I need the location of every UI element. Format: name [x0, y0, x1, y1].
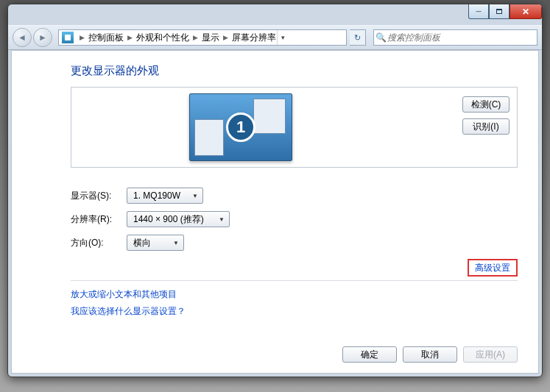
minimize-button[interactable]: ─	[468, 4, 489, 19]
monitor-preview-box: 1 检测(C) 识别(I)	[71, 87, 518, 168]
breadcrumb[interactable]: ▶ 控制面板 ▶ 外观和个性化 ▶ 显示 ▶ 屏幕分辨率 ▾	[58, 29, 347, 46]
chevron-right-icon: ▶	[124, 34, 135, 41]
display-select[interactable]: 1. MQ190W ▼	[127, 188, 203, 204]
content-area: 更改显示器的外观 1 检测(C) 识别(I) 显示器(S): 1. MQ190W…	[11, 50, 539, 374]
titlebar: ─ ✕	[8, 4, 542, 25]
window-thumb-icon	[253, 99, 286, 134]
forward-button[interactable]: ►	[33, 28, 52, 47]
monitor-number: 1	[226, 113, 255, 142]
window: ─ ✕ ◄ ► ▶ 控制面板 ▶ 外观和个性化 ▶ 显示 ▶ 屏幕分辨率 ▾ ↻…	[7, 4, 543, 377]
search-icon: 🔍	[374, 32, 387, 43]
breadcrumb-item[interactable]: 控制面板	[88, 32, 124, 44]
resolution-value: 1440 × 900 (推荐)	[133, 213, 204, 226]
search-input[interactable]	[387, 32, 537, 43]
monitor-preview[interactable]: 1	[189, 93, 292, 161]
search-box[interactable]: 🔍	[373, 29, 537, 46]
display-value: 1. MQ190W	[133, 190, 180, 201]
breadcrumb-item[interactable]: 屏幕分辨率	[231, 32, 277, 44]
advanced-settings-link[interactable]: 高级设置	[468, 259, 518, 277]
back-button[interactable]: ◄	[13, 28, 32, 47]
breadcrumb-item[interactable]: 显示	[201, 32, 220, 44]
maximize-button[interactable]	[489, 4, 510, 19]
breadcrumb-dropdown[interactable]: ▾	[277, 30, 289, 45]
divider	[71, 280, 518, 281]
control-panel-icon	[62, 32, 74, 43]
orientation-value: 横向	[133, 237, 151, 249]
chevron-right-icon: ▶	[220, 34, 231, 41]
refresh-button[interactable]: ↻	[350, 29, 366, 46]
identify-button[interactable]: 识别(I)	[462, 118, 510, 135]
orientation-label: 方向(O):	[71, 237, 127, 249]
detect-button[interactable]: 检测(C)	[462, 96, 510, 113]
resolution-label: 分辨率(R):	[71, 213, 127, 226]
cancel-button[interactable]: 取消	[403, 346, 457, 363]
chevron-down-icon: ▼	[192, 193, 198, 199]
chevron-right-icon: ▶	[77, 34, 88, 41]
page-title: 更改显示器的外观	[71, 64, 518, 78]
desktop-thumb-icon	[194, 119, 224, 156]
chevron-right-icon: ▶	[190, 34, 201, 41]
toolbar: ◄ ► ▶ 控制面板 ▶ 外观和个性化 ▶ 显示 ▶ 屏幕分辨率 ▾ ↻ 🔍	[8, 25, 542, 50]
resolution-select[interactable]: 1440 × 900 (推荐) ▼	[127, 211, 230, 227]
which-display-link[interactable]: 我应该选择什么显示器设置？	[71, 305, 518, 318]
ok-button[interactable]: 确定	[342, 346, 397, 363]
chevron-down-icon: ▼	[173, 240, 179, 246]
chevron-down-icon: ▼	[219, 216, 225, 223]
text-size-link[interactable]: 放大或缩小文本和其他项目	[71, 288, 518, 301]
apply-button[interactable]: 应用(A)	[463, 346, 518, 363]
breadcrumb-item[interactable]: 外观和个性化	[135, 32, 190, 44]
close-button[interactable]: ✕	[510, 4, 542, 19]
orientation-select[interactable]: 横向 ▼	[127, 235, 184, 251]
display-label: 显示器(S):	[71, 190, 127, 202]
